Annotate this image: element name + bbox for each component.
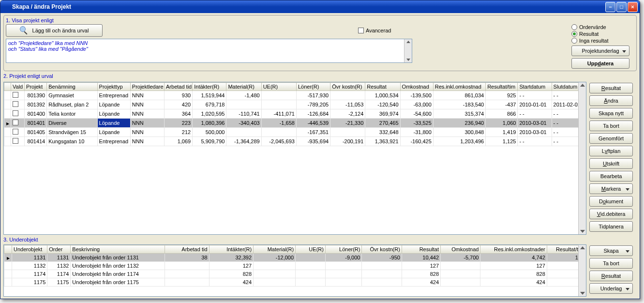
advanced-label: Avancerad: [366, 28, 391, 33]
filter-panel: 1. Visa projekt enligt Lägg till och änd…: [3, 15, 637, 71]
genomfort-button[interactable]: Genomfört: [589, 133, 633, 144]
column-header[interactable]: Resultat/tim: [486, 83, 518, 91]
filter-line: och "Status" lika med "Pågående": [8, 46, 410, 52]
projektunderlag-button[interactable]: Projektunderlag: [571, 45, 629, 56]
column-header[interactable]: Löner(R): [296, 83, 330, 91]
column-header[interactable]: Övr kostn(R): [362, 245, 402, 254]
advanced-checkbox[interactable]: [358, 28, 364, 33]
column-header[interactable]: Resultat: [402, 245, 440, 254]
table-row[interactable]: 801405Strandvägen 15LöpandeNNN212500,000…: [4, 128, 586, 137]
column-header[interactable]: Benämning: [47, 83, 97, 91]
table-row[interactable]: 11311131Underobjekt från order 11313832,…: [4, 254, 586, 262]
underobjekt-grid[interactable]: UnderobjektOrderBeskrivningArbetad tidIn…: [3, 244, 586, 297]
row-checkbox[interactable]: [13, 92, 18, 98]
column-header[interactable]: Res.inkl.omkostnad: [433, 83, 485, 91]
markera-button[interactable]: Markera: [589, 183, 633, 194]
column-header[interactable]: UE(R): [296, 245, 326, 254]
column-header[interactable]: Arbetad tid: [165, 245, 209, 254]
ta-bort-button[interactable]: Ta bort: [589, 121, 633, 131]
radio-resultat[interactable]: [571, 31, 577, 37]
column-header[interactable]: Beskrivning: [71, 245, 165, 254]
scrollbar[interactable]: [578, 82, 586, 234]
table-row[interactable]: 801392Rådhuset, plan 2LöpandeNNN420679,7…: [4, 100, 586, 109]
radio-label: Ordervärde: [579, 24, 606, 30]
column-header[interactable]: Vald: [11, 83, 25, 91]
column-header[interactable]: Resultat: [365, 83, 400, 91]
column-header[interactable]: Order: [47, 245, 71, 254]
lyftplan-button[interactable]: Lyftplan: [589, 146, 633, 156]
app-icon: [2, 3, 10, 11]
resultat-button[interactable]: Resultat: [589, 271, 633, 281]
table-row[interactable]: 11751175Underobjekt från order 117542442…: [4, 278, 586, 287]
projects-grid[interactable]: ValdProjektBenämningProjekttypProjektled…: [3, 82, 586, 235]
row-checkbox[interactable]: [13, 129, 18, 135]
table-row[interactable]: 801400Telia kontorLöpandeNNN3641,020,595…: [4, 109, 586, 119]
window-buttons: – □ ×: [605, 2, 638, 12]
app-window: Skapa / ändra Projekt – □ × 1. Visa proj…: [0, 0, 640, 299]
dokument-button[interactable]: Dokument: [589, 196, 633, 207]
row-checkbox[interactable]: [13, 110, 18, 116]
tidplanera-button[interactable]: Tidplanera: [589, 221, 633, 232]
table-row[interactable]: 11321132Underobjekt från order 113212712…: [4, 262, 586, 270]
close-button[interactable]: ×: [628, 2, 638, 12]
utskrift-button[interactable]: Utskrift: [589, 158, 633, 169]
section1-label: 1. Visa projekt enligt: [6, 17, 634, 23]
window-title: Skapa / ändra Projekt: [12, 3, 605, 10]
column-header[interactable]: Intäkter(R): [193, 83, 226, 91]
radio-ordervarde[interactable]: [571, 24, 577, 30]
titlebar: Skapa / ändra Projekt – □ ×: [0, 0, 640, 13]
column-header[interactable]: Projekt: [25, 83, 47, 91]
search-icon: [20, 26, 29, 35]
content-area: 1. Visa projekt enligt Lägg till och änd…: [0, 13, 640, 299]
column-header[interactable]: Projekttyp: [97, 83, 130, 91]
uppdatera-button[interactable]: Uppdatera: [571, 58, 629, 69]
row-checkbox[interactable]: [13, 101, 18, 107]
result-mode-radios: Ordervärde Resultat Inga resultat: [571, 24, 634, 44]
minimize-button[interactable]: –: [605, 2, 615, 12]
column-header[interactable]: Res.inkl.omkostnader: [480, 245, 547, 254]
vid-debitera-button[interactable]: Vid.debitera: [589, 209, 633, 219]
row-checkbox[interactable]: [13, 120, 18, 125]
column-header[interactable]: UE(R): [261, 83, 296, 91]
ta-bort-button[interactable]: Ta bort: [589, 258, 633, 269]
column-header[interactable]: Omkostnad: [400, 83, 433, 91]
andra-button[interactable]: Ändra: [589, 95, 633, 106]
scrollbar[interactable]: [578, 245, 586, 296]
filter-line: och "Projektledare" lika med NNN: [8, 40, 410, 46]
filter-text-box[interactable]: och "Projektledare" lika med NNN och "St…: [6, 39, 412, 63]
row-checkbox[interactable]: [13, 138, 18, 144]
column-header[interactable]: Material(R): [226, 83, 261, 91]
scrollbar[interactable]: [404, 39, 412, 62]
section2-label: 2. Projekt enligt urval: [3, 73, 637, 79]
table-row[interactable]: 801401DiverseLöpandeNNN2231,080,396-340,…: [4, 119, 586, 128]
column-header[interactable]: Startdatum: [518, 83, 552, 91]
column-header[interactable]: Löner(R): [325, 245, 362, 254]
column-header[interactable]: Underobjekt: [12, 245, 47, 254]
table-row[interactable]: 801390GymnasietEntreprenadNNN9301,519,94…: [4, 91, 586, 100]
underobjekt-side-buttons: Skapa Ta bort Resultat Underlag: [588, 244, 637, 297]
maximize-button[interactable]: □: [616, 2, 627, 12]
underlag-button[interactable]: Underlag: [589, 283, 633, 294]
skapa-nytt-button[interactable]: Skapa nytt: [589, 108, 633, 119]
bearbeta-button[interactable]: Bearbeta: [589, 171, 633, 182]
skapa-button[interactable]: Skapa: [589, 245, 633, 256]
column-header[interactable]: Omkostnad: [441, 245, 480, 254]
projektunderlag-label: Projektunderlag: [582, 48, 619, 54]
radio-inga[interactable]: [571, 38, 577, 44]
column-header[interactable]: Övr kostn(R): [330, 83, 365, 91]
column-header[interactable]: Projektledare: [130, 83, 164, 91]
add-filter-button[interactable]: Lägg till och ändra urval: [6, 24, 103, 37]
add-filter-label: Lägg till och ändra urval: [32, 28, 89, 33]
radio-label: Inga resultat: [579, 38, 609, 44]
section3-label: 3. Underobjekt: [3, 237, 637, 242]
column-header[interactable]: Material(R): [254, 245, 296, 254]
column-header[interactable]: Intäkter(R): [209, 245, 254, 254]
resultat-button[interactable]: Resultat: [589, 83, 633, 93]
projects-side-buttons: Resultat Ändra Skapa nytt Ta bort Genomf…: [588, 82, 637, 235]
table-row[interactable]: 801414Kungsgatan 10EntreprenadNNN1,0695,…: [4, 137, 586, 146]
table-row[interactable]: 11741174Underobjekt från order 117482882…: [4, 270, 586, 278]
column-header[interactable]: Arbetad tid: [165, 83, 193, 91]
radio-label: Resultat: [579, 31, 599, 37]
